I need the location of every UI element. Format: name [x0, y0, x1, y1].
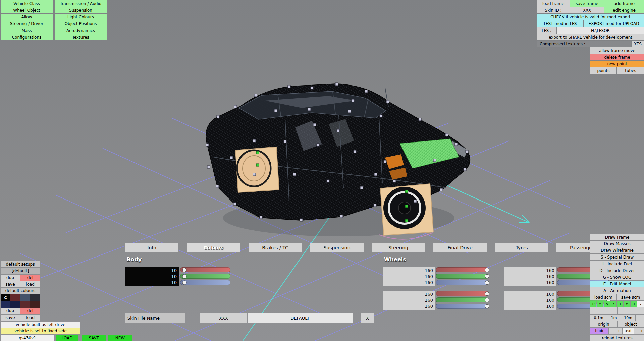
tab-colours[interactable]: Colours	[187, 243, 240, 252]
step-minus-left[interactable]: -	[590, 307, 617, 314]
setup-del-button[interactable]: del	[20, 275, 40, 281]
setup-item-default[interactable]: [default]	[1, 268, 40, 274]
skin-clear-button[interactable]: X	[361, 313, 374, 323]
view-u-button[interactable]: u	[631, 301, 637, 307]
wheel-red-slider[interactable]	[436, 291, 489, 296]
colour-dup-button[interactable]: dup	[1, 308, 20, 314]
slider-handle[interactable]	[485, 268, 489, 272]
reload-textures-button[interactable]: reload textures	[590, 335, 644, 341]
animation-button[interactable]: A - Animation	[590, 287, 644, 294]
lfs-path-field[interactable]: H:\LFSOR	[557, 27, 644, 34]
default-setups-header[interactable]: default setups	[1, 261, 40, 267]
palette-swatch[interactable]	[30, 301, 40, 308]
body-colour-swatch[interactable]: 10 10 10	[125, 267, 179, 286]
wheel-colour-swatch[interactable]: 160 160 160	[383, 267, 435, 286]
vehicle-name-field[interactable]: gs430v1	[1, 335, 54, 341]
skin-id-button[interactable]: XXX	[200, 313, 247, 323]
setup-dup-button[interactable]: dup	[1, 275, 20, 281]
save-frame-button[interactable]: save frame	[570, 0, 604, 7]
slider-handle[interactable]	[485, 298, 489, 302]
body-red-slider[interactable]	[180, 267, 230, 272]
menu-aerodynamics[interactable]: Aerodynamics	[55, 27, 107, 34]
allow-frame-move-button[interactable]: allow frame move	[590, 47, 644, 54]
step-minus-right[interactable]: -	[618, 307, 644, 314]
menu-vehicle-class[interactable]: Vehicle Class	[1, 0, 53, 7]
colour-load-button[interactable]: load	[20, 315, 40, 321]
tab-steering[interactable]: Steering	[372, 243, 425, 252]
new-point-button[interactable]: new point	[590, 61, 644, 67]
view-f-button[interactable]: f	[597, 301, 603, 307]
edit-model-button[interactable]: E - Edit Model	[590, 281, 644, 287]
test-mod-button[interactable]: TEST mod in LFS	[537, 20, 583, 27]
tubes-button[interactable]: tubes	[617, 67, 644, 74]
menu-configurations[interactable]: Configurations	[1, 34, 53, 40]
menu-light-colours[interactable]: Light Colours	[55, 14, 107, 20]
menu-object-positions[interactable]: Object Positions	[55, 20, 107, 27]
slider-handle[interactable]	[485, 304, 489, 308]
export-mod-button[interactable]: EXPORT mod for UPLOAD	[584, 20, 644, 27]
palette-swatch[interactable]	[10, 294, 20, 301]
points-button[interactable]: points	[590, 67, 616, 74]
slider-handle[interactable]	[485, 291, 489, 296]
view-l-button[interactable]: l	[617, 301, 623, 307]
body-green-slider[interactable]	[180, 274, 230, 279]
vehicle-load-button[interactable]: LOAD	[56, 335, 78, 341]
setup-save-button[interactable]: save	[1, 281, 20, 287]
special-draw-button[interactable]: S - Special Draw	[590, 254, 644, 260]
save-scm-button[interactable]: save scm	[617, 294, 644, 300]
menu-mass[interactable]: Mass	[1, 27, 53, 34]
view-p-button[interactable]: P	[590, 301, 596, 307]
blob-plus-button[interactable]: +	[615, 328, 622, 334]
colour-save-button[interactable]: save	[1, 315, 20, 321]
menu-transmission-audio[interactable]: Transmission / Audio	[55, 0, 107, 7]
menu-steering-driver[interactable]: Steering / Driver	[1, 20, 53, 27]
default-colours-header[interactable]: default colours	[1, 288, 40, 294]
tab-final-drive[interactable]: Final Drive	[433, 243, 487, 252]
tab-suspension[interactable]: Suspension	[310, 243, 364, 252]
blob-button[interactable]: blob	[590, 328, 608, 334]
share-export-button[interactable]: export to SHARE vehicle for development	[537, 34, 644, 40]
blob-minus-button[interactable]: -	[609, 328, 615, 334]
wheel-colour-swatch[interactable]: 160 160 160	[504, 291, 556, 310]
colour-del-button[interactable]: del	[20, 308, 40, 314]
tab-info[interactable]: Info	[125, 243, 178, 252]
3d-viewport[interactable]	[0, 0, 644, 341]
load-frame-button[interactable]: load frame	[537, 0, 570, 7]
slider-handle[interactable]	[182, 268, 187, 272]
draw-frame-button[interactable]: Draw Frame	[590, 234, 644, 240]
compressed-textures-toggle[interactable]: YES	[632, 41, 644, 47]
delete-frame-button[interactable]: delete frame	[590, 54, 644, 60]
edit-engine-button[interactable]: edit engine	[604, 7, 644, 13]
skin-id-value[interactable]: XXX	[570, 7, 604, 13]
menu-wheel-object[interactable]: Wheel Object	[1, 7, 53, 13]
slider-handle[interactable]	[182, 274, 187, 278]
text-button[interactable]: text	[623, 328, 634, 334]
skin-name-field[interactable]: DEFAULT	[248, 313, 353, 323]
slider-handle[interactable]	[485, 274, 489, 278]
show-cog-button[interactable]: G - Show COG	[590, 274, 644, 280]
scale-1m-button[interactable]: 1m	[607, 315, 621, 321]
palette-swatch[interactable]	[30, 294, 40, 301]
include-fuel-button[interactable]: I - Include Fuel	[590, 261, 644, 267]
text-minus-button[interactable]: -	[634, 328, 639, 334]
view-t-button[interactable]: t	[624, 301, 630, 307]
scale-dash-button[interactable]: -	[636, 315, 644, 321]
vehicle-new-button[interactable]: NEW	[108, 335, 132, 341]
wheel-green-slider[interactable]	[436, 297, 489, 302]
include-driver-button[interactable]: D - Include Driver	[590, 267, 644, 274]
check-valid-button[interactable]: CHECK if vehicle is valid for mod export	[537, 14, 644, 20]
palette-swatch[interactable]	[10, 301, 20, 308]
palette-swatch[interactable]	[20, 301, 30, 308]
setup-load-button[interactable]: load	[20, 281, 40, 287]
vehicle-save-button[interactable]: SAVE	[82, 335, 106, 341]
slider-handle[interactable]	[182, 280, 187, 285]
text-plus-button[interactable]: +	[639, 328, 644, 334]
wheel-colour-swatch[interactable]: 160 160 160	[504, 267, 556, 286]
menu-suspension[interactable]: Suspension	[55, 7, 107, 13]
scale-01m-button[interactable]: 0.1m	[590, 315, 607, 321]
menu-textures[interactable]: Textures	[55, 34, 107, 40]
view-b-button[interactable]: b	[604, 301, 610, 307]
origin-button[interactable]: origin	[590, 321, 617, 327]
load-scm-button[interactable]: load scm	[590, 294, 616, 300]
wheel-blue-slider[interactable]	[436, 280, 489, 285]
